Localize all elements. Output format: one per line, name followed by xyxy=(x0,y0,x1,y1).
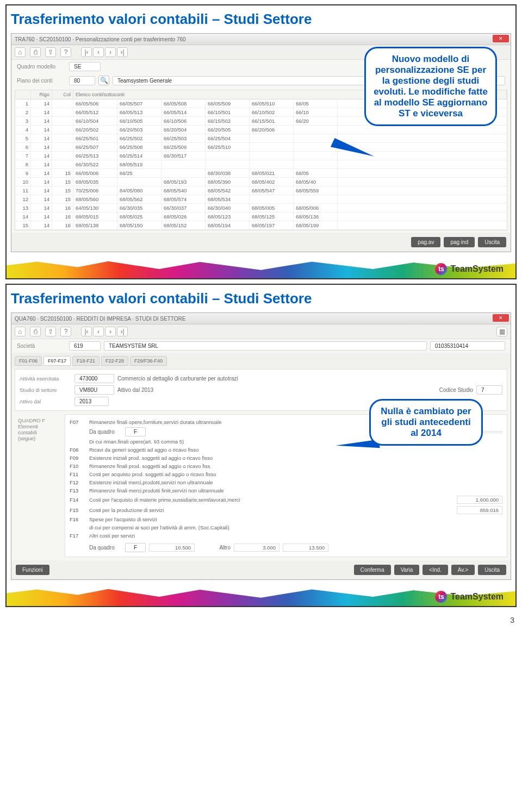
sec-lab-2: contabili xyxy=(18,429,61,435)
home-icon[interactable]: ⌂ xyxy=(15,327,26,336)
app-window-2: QUA760 · SC20150100 · REDDITI DI IMPRESA… xyxy=(11,313,511,580)
help-icon[interactable]: ? xyxy=(60,47,71,57)
av-button[interactable]: Av.> xyxy=(451,565,475,575)
doc-icon[interactable]: ▦ xyxy=(496,327,507,336)
titlebar-2-text: QUA760 · SC20150100 · REDDITI DI IMPRESA… xyxy=(15,316,185,322)
codstudio-label: Codice Studio xyxy=(439,387,473,393)
attivo-val[interactable]: 2013 xyxy=(74,397,109,406)
table-row[interactable]: 51466/25/50166/25/50266/25/50366/25/504 xyxy=(15,134,507,143)
sec-lab-3: (segue) xyxy=(18,435,61,441)
tab-f22[interactable]: F22-F28 xyxy=(101,356,128,366)
daquadro-label: Da quadro xyxy=(89,545,122,551)
tabs-row: F01-F06 F07-F17 F18-F21 F22-F28 F29/F36-… xyxy=(11,353,511,369)
next-icon[interactable]: › xyxy=(105,47,116,57)
studio-code[interactable]: VM80U xyxy=(74,385,114,395)
pagind-button[interactable]: pag ind xyxy=(444,237,475,247)
table-row[interactable]: 61466/25/50766/25/50866/25/50966/25/510 xyxy=(15,143,507,152)
table-row[interactable]: 9141566/05/00666/2568/30/03868/05/02168/… xyxy=(15,169,507,178)
slide-title: Trasferimento valori contabili – Studi S… xyxy=(11,11,511,28)
form-line: F08Ricavi da generi soggetti ad aggio o … xyxy=(70,446,502,454)
funzioni-button[interactable]: Funzioni xyxy=(16,565,49,575)
pagav-button[interactable]: pag.av xyxy=(411,237,440,247)
altro-label: Altro xyxy=(209,545,231,551)
attivita-code[interactable]: 473000 xyxy=(74,374,114,383)
titlebar-2: QUA760 · SC20150100 · REDDITI DI IMPRESA… xyxy=(11,313,511,324)
table-row[interactable]: 12141568/05/56068/05/56268/05/57468/05/5… xyxy=(15,195,507,204)
titlebar-1: TRA760 · SC20150100 · Personalizzazione … xyxy=(11,34,511,45)
prev-icon[interactable]: ‹ xyxy=(93,47,104,57)
tab-f01[interactable]: F01-F06 xyxy=(15,356,42,366)
slide-1: Trasferimento valori contabili – Studi S… xyxy=(5,4,517,279)
first-icon[interactable]: |‹ xyxy=(81,47,92,57)
table-row[interactable]: 15141668/05/13868/05/15068/05/15268/05/1… xyxy=(15,221,507,230)
col-rigo: Rigo xyxy=(31,90,52,99)
bottom-altro[interactable]: 3.000 xyxy=(234,544,279,552)
table-row[interactable]: 41466/20/50266/20/50366/20/50466/20/5056… xyxy=(15,126,507,134)
callout-2: Nulla è cambiato per gli studi anteceden… xyxy=(369,399,483,446)
table-row[interactable]: 10141568/05/03568/05/19368/05/39068/05/4… xyxy=(15,178,507,186)
varia-button[interactable]: Varia xyxy=(394,565,420,575)
societa-code[interactable]: 619 xyxy=(69,341,101,351)
logo-text-2: TeamSystem xyxy=(450,592,504,602)
print-icon[interactable]: ⎙ xyxy=(30,327,41,336)
tab-f07[interactable]: F07-F17 xyxy=(44,356,71,366)
societa-name: TEAMSYSTEM SRL xyxy=(104,341,427,351)
titlebar-text: TRA760 · SC20150100 · Personalizzazione … xyxy=(15,36,186,42)
close-icon-2[interactable]: ✕ xyxy=(493,314,509,322)
form-line: F10Rimanenze finali prod. soggetti ad ag… xyxy=(70,462,502,470)
search-icon[interactable]: 🔍 xyxy=(98,76,109,85)
societa-pi: 01035310414 xyxy=(430,341,505,351)
logo-mark-icon: ts xyxy=(435,263,447,275)
table-row[interactable]: 11141570/25/00684/05/08068/05/54068/05/5… xyxy=(15,186,507,195)
page-number: 3 xyxy=(0,611,522,627)
form-line: F12Esistenze iniziali merci,prodotti,ser… xyxy=(70,478,502,486)
form-line: F14Costi per l'acquisto di materie prime… xyxy=(70,495,502,505)
tab-f29[interactable]: F29/F36-F40 xyxy=(130,356,167,366)
callout-2-text: Nulla è cambiato per gli studi anteceden… xyxy=(381,406,471,438)
form-line: F11Costi per acquisto prod. soggetti ad … xyxy=(70,470,502,478)
close-icon[interactable]: ✕ xyxy=(493,35,509,42)
form-line: di cui per compensi ai soci per l'attivi… xyxy=(70,523,502,532)
attivita-desc: Commercio al dettaglio di carburante per… xyxy=(117,376,502,382)
upload-icon[interactable]: ⇪ xyxy=(45,47,56,57)
sec-lab-0: QUADRO F xyxy=(18,417,61,423)
col-idx xyxy=(15,90,31,99)
table-row[interactable]: 81466/30/52268/05/519 xyxy=(15,160,507,169)
ind-button[interactable]: <Ind. xyxy=(422,565,448,575)
callout-1-text: Nuovo modello di personalizzazione SE pe… xyxy=(374,54,488,118)
bottom-sum: 13.500 xyxy=(283,544,328,552)
slide-title-2: Trasferimento valori contabili – Studi S… xyxy=(11,290,511,307)
last-icon[interactable]: ›| xyxy=(117,327,128,336)
attivo-label: Attivo dal xyxy=(20,398,71,404)
uscita-button[interactable]: Uscita xyxy=(478,237,506,247)
form-line: F13Rimanenze finali merci,prodotti finit… xyxy=(70,486,502,495)
next-icon[interactable]: › xyxy=(105,327,116,336)
tab-f18[interactable]: F18-F21 xyxy=(72,356,100,366)
toolbar-2: ⌂ ⎙ ⇪ ? |‹ ‹ › ›| ▦ xyxy=(11,324,511,339)
codstudio-val[interactable]: 7 xyxy=(476,385,502,395)
col-col: Col xyxy=(52,90,73,99)
quadro-value[interactable]: SE xyxy=(69,62,101,71)
teamsystem-logo-2: ts TeamSystem xyxy=(435,591,504,603)
first-icon[interactable]: |‹ xyxy=(81,327,92,336)
form-line: F15Costi per la produzione di servizi859… xyxy=(70,505,502,515)
table-row[interactable]: 71466/25/51366/25/51466/30/517 xyxy=(15,152,507,160)
help-icon[interactable]: ? xyxy=(60,327,71,336)
bottom-v1[interactable]: 10.500 xyxy=(149,544,195,552)
table-row[interactable]: 14141668/05/01568/05/02568/05/02668/05/1… xyxy=(15,213,507,221)
print-icon[interactable]: ⎙ xyxy=(30,47,41,57)
logo-mark-icon: ts xyxy=(435,591,447,603)
conferma-button[interactable]: Conferma xyxy=(354,565,391,575)
uscita-button-2[interactable]: Uscita xyxy=(478,565,506,575)
teamsystem-logo: ts TeamSystem xyxy=(435,263,504,275)
home-icon[interactable]: ⌂ xyxy=(15,47,26,57)
table-row[interactable]: 13141664/05/13066/30/03566/30/03766/30/0… xyxy=(15,204,507,213)
last-icon[interactable]: ›| xyxy=(117,47,128,57)
upload-icon[interactable]: ⇪ xyxy=(45,327,56,336)
quadro-label: Quadro modello xyxy=(17,64,66,70)
prev-icon[interactable]: ‹ xyxy=(93,327,104,336)
piano-label: Piano dei conti xyxy=(17,78,66,84)
daquadro-val[interactable]: F xyxy=(125,543,146,552)
piano-code[interactable]: 80 xyxy=(69,76,95,85)
societa-label: Società xyxy=(17,343,66,349)
